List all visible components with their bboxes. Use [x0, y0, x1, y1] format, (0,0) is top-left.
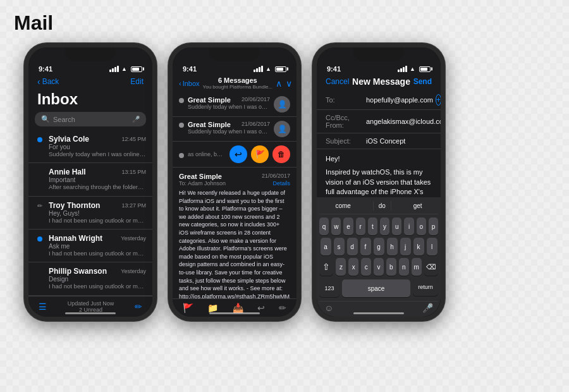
mail-header: Sylvia Cole 12:45 PM — [49, 135, 146, 144]
thread-back-button[interactable]: ‹ Inbox — [179, 80, 200, 87]
mail-preview: I had not been using outlook or moving a… — [49, 250, 146, 257]
dictation-icon[interactable]: 🎤 — [422, 303, 433, 313]
menu-icon[interactable]: ☰ — [39, 302, 47, 312]
key-s[interactable]: s — [334, 238, 345, 255]
key-r[interactable]: r — [356, 217, 365, 235]
key-b[interactable]: b — [386, 258, 396, 276]
mail-item[interactable]: Annie Hall 13:15 PM Important After sear… — [28, 163, 152, 196]
mail-subject: Design — [49, 276, 146, 283]
arrow-up-icon[interactable]: ∧ — [276, 78, 282, 89]
key-m[interactable]: m — [412, 258, 422, 276]
key-p[interactable]: p — [429, 217, 438, 235]
flag-swipe-button[interactable]: 🚩 — [251, 145, 269, 163]
key-v[interactable]: v — [374, 258, 384, 276]
mail-item[interactable]: Hannah Wright Yesterday Ask me I had not… — [28, 230, 152, 262]
space-key[interactable]: space — [342, 279, 410, 297]
compose-icon[interactable]: ✏ — [279, 303, 286, 313]
key-i[interactable]: i — [404, 217, 413, 235]
home-indicator-1 — [65, 312, 116, 314]
to-field[interactable]: To: hopefully@apple.com + — [317, 90, 441, 110]
key-d[interactable]: d — [347, 238, 358, 255]
mail-preview: After searching through the folders I fo… — [49, 183, 146, 191]
mail-time: Yesterday — [121, 268, 146, 274]
key-g[interactable]: g — [374, 238, 384, 255]
mail-subject: Hey, Guys! — [49, 210, 146, 217]
keyboard: come do get q w e r t y u i o p — [317, 197, 441, 317]
to-label: To: — [326, 96, 364, 104]
battery-icon-3 — [419, 66, 431, 72]
key-q[interactable]: q — [319, 217, 329, 235]
thread-count: 6 Messages — [203, 77, 272, 84]
key-f[interactable]: f — [360, 238, 371, 255]
suggestion-come[interactable]: come — [330, 201, 355, 211]
delete-key[interactable]: ⌫ — [424, 258, 438, 276]
mic-icon: 🎤 — [132, 116, 140, 123]
edit-button[interactable]: Edit — [130, 77, 144, 86]
expanded-details[interactable]: Details — [272, 180, 290, 187]
cc-bcc-field[interactable]: Cc/Bcc, From: angelakismax@icloud.com — [317, 110, 441, 133]
search-bar[interactable]: 🔍 Search 🎤 — [35, 112, 146, 126]
key-o[interactable]: o — [417, 217, 426, 235]
key-l[interactable]: l — [427, 238, 437, 255]
mail-preview: I had not been using outlook or moving a… — [49, 217, 146, 224]
subject-field[interactable]: Subject: iOS Concept — [317, 133, 441, 149]
key-y[interactable]: y — [380, 217, 389, 235]
mail-header: Hannah Wright Yesterday — [49, 234, 146, 243]
return-key[interactable]: return — [413, 278, 438, 296]
body-content: Inspired by watchOS, this is my vision o… — [326, 168, 431, 197]
mail-sender: Sylvia Cole — [49, 135, 89, 144]
mail-item[interactable]: Sylvia Cole 12:45 PM For you Suddenly to… — [28, 130, 152, 163]
flag-icon[interactable]: 🚩 — [183, 303, 193, 313]
key-k[interactable]: k — [413, 238, 424, 255]
battery-icon-1 — [131, 66, 142, 72]
numbers-key[interactable]: 123 — [319, 279, 340, 297]
arrow-down-icon[interactable]: ∨ — [286, 78, 292, 89]
emoji-icon[interactable]: ☺ — [324, 303, 333, 313]
reply-swipe-button[interactable]: ↩ — [229, 145, 247, 163]
key-u[interactable]: u — [392, 217, 401, 235]
back-button[interactable]: ‹ Back — [37, 77, 59, 87]
cancel-button[interactable]: Cancel — [326, 77, 349, 86]
subject-value: iOS Concept — [366, 137, 432, 145]
suggestion-get[interactable]: get — [408, 201, 427, 211]
suggestion-do[interactable]: do — [373, 201, 391, 211]
key-a[interactable]: a — [321, 238, 331, 255]
status-bar-1: 9:41 ▲ — [28, 47, 152, 75]
thread-item-content: Great Simple 20/06/2017 Suddenly today w… — [188, 96, 270, 110]
key-t[interactable]: t — [368, 217, 377, 235]
search-input[interactable]: Search — [53, 116, 75, 123]
status-icons-1: ▲ — [109, 66, 142, 72]
trash-swipe-button[interactable]: 🗑 — [272, 145, 290, 163]
status-icons-3: ▲ — [398, 66, 431, 72]
key-w[interactable]: w — [331, 217, 341, 235]
footer-status: Updated Just Now 2 Unread — [47, 300, 135, 313]
add-recipient-button[interactable]: + — [436, 94, 441, 106]
keyboard-row-1: q w e r t y u i o p — [319, 217, 438, 235]
thread-sender: Great Simple — [188, 96, 231, 104]
thread-item[interactable]: Great Simple 21/06/2017 Suddenly today w… — [173, 117, 297, 142]
compose-body[interactable]: Hey! Inspired by watchOS, this is my vis… — [317, 149, 441, 197]
key-z[interactable]: z — [336, 258, 346, 276]
key-n[interactable]: n — [399, 258, 409, 276]
key-e[interactable]: e — [343, 217, 353, 235]
mail-item[interactable]: ✏ Troy Thornton 13:27 PM Hey, Guys! I ha… — [28, 197, 152, 230]
reply-icon[interactable]: ↩ — [257, 303, 265, 313]
thread-item[interactable]: Great Simple 20/06/2017 Suddenly today w… — [173, 92, 297, 117]
mail-subject: Ask me — [49, 243, 146, 250]
archive-icon[interactable]: 📥 — [233, 303, 243, 313]
updated-text: Updated Just Now — [47, 300, 135, 307]
key-h[interactable]: h — [387, 238, 398, 255]
phone1-screen: 9:41 ▲ ‹ Bac — [28, 47, 152, 317]
mail-header: Troy Thornton 13:27 PM — [49, 201, 146, 210]
key-j[interactable]: j — [400, 238, 411, 255]
avatar-icon: 👤 — [278, 100, 287, 109]
mail-item[interactable]: Phillip Swanson Yesterday Design I had n… — [28, 262, 152, 295]
home-indicator-3 — [353, 312, 404, 314]
chevron-left-icon: ‹ — [37, 77, 40, 87]
compose-icon[interactable]: ✏ — [135, 302, 142, 312]
shift-key[interactable]: ⇧ — [319, 258, 333, 276]
key-c[interactable]: c — [361, 258, 371, 276]
send-button[interactable]: Send — [413, 77, 432, 86]
folder-icon[interactable]: 📁 — [207, 303, 218, 313]
key-x[interactable]: x — [348, 258, 358, 276]
